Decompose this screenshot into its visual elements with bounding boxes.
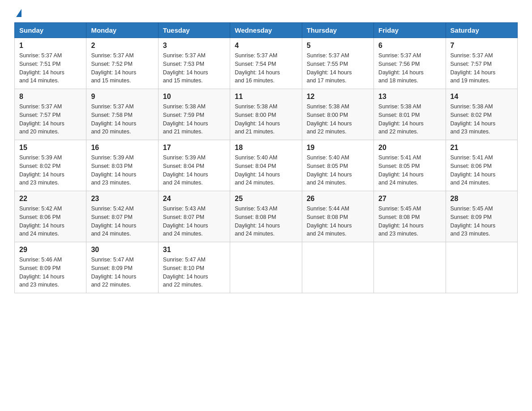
calendar-cell: 16 Sunrise: 5:39 AM Sunset: 8:03 PM Dayl… xyxy=(86,140,158,191)
day-header-row: SundayMondayTuesdayWednesdayThursdayFrid… xyxy=(15,23,518,38)
day-info: Sunrise: 5:37 AM Sunset: 7:56 PM Dayligh… xyxy=(378,51,441,85)
day-number: 9 xyxy=(91,93,153,101)
week-row-4: 22 Sunrise: 5:42 AM Sunset: 8:06 PM Dayl… xyxy=(15,191,518,242)
day-number: 2 xyxy=(91,42,153,50)
day-header-wednesday: Wednesday xyxy=(230,23,302,38)
day-number: 4 xyxy=(235,42,297,50)
day-info: Sunrise: 5:42 AM Sunset: 8:06 PM Dayligh… xyxy=(19,205,82,238)
logo-triangle-icon xyxy=(16,9,21,17)
day-info: Sunrise: 5:38 AM Sunset: 7:59 PM Dayligh… xyxy=(163,103,225,136)
calendar-cell: 7 Sunrise: 5:37 AM Sunset: 7:57 PM Dayli… xyxy=(446,38,517,89)
day-number: 8 xyxy=(19,93,82,101)
calendar-cell: 8 Sunrise: 5:37 AM Sunset: 7:57 PM Dayli… xyxy=(15,89,86,140)
day-number: 19 xyxy=(307,144,369,152)
day-info: Sunrise: 5:38 AM Sunset: 8:00 PM Dayligh… xyxy=(307,103,369,136)
day-number: 27 xyxy=(378,195,441,203)
calendar-cell: 24 Sunrise: 5:43 AM Sunset: 8:07 PM Dayl… xyxy=(158,191,230,242)
calendar-cell: 3 Sunrise: 5:37 AM Sunset: 7:53 PM Dayli… xyxy=(158,38,230,89)
calendar-cell xyxy=(374,242,446,293)
week-row-5: 29 Sunrise: 5:46 AM Sunset: 8:09 PM Dayl… xyxy=(15,242,518,293)
day-info: Sunrise: 5:44 AM Sunset: 8:08 PM Dayligh… xyxy=(307,205,369,238)
day-number: 24 xyxy=(163,195,225,203)
day-number: 5 xyxy=(307,42,369,50)
day-info: Sunrise: 5:43 AM Sunset: 8:08 PM Dayligh… xyxy=(235,205,297,238)
logo xyxy=(14,11,21,19)
day-number: 30 xyxy=(91,246,153,254)
calendar-cell: 25 Sunrise: 5:43 AM Sunset: 8:08 PM Dayl… xyxy=(230,191,302,242)
calendar-cell: 21 Sunrise: 5:41 AM Sunset: 8:06 PM Dayl… xyxy=(446,140,517,191)
week-row-1: 1 Sunrise: 5:37 AM Sunset: 7:51 PM Dayli… xyxy=(15,38,518,89)
calendar-cell: 27 Sunrise: 5:45 AM Sunset: 8:08 PM Dayl… xyxy=(374,191,446,242)
calendar-cell: 28 Sunrise: 5:45 AM Sunset: 8:09 PM Dayl… xyxy=(446,191,517,242)
day-number: 6 xyxy=(378,42,441,50)
day-header-monday: Monday xyxy=(86,23,158,38)
day-info: Sunrise: 5:40 AM Sunset: 8:05 PM Dayligh… xyxy=(307,154,369,187)
calendar-cell: 18 Sunrise: 5:40 AM Sunset: 8:04 PM Dayl… xyxy=(230,140,302,191)
calendar-cell: 31 Sunrise: 5:47 AM Sunset: 8:10 PM Dayl… xyxy=(158,242,230,293)
calendar-cell: 20 Sunrise: 5:41 AM Sunset: 8:05 PM Dayl… xyxy=(374,140,446,191)
day-number: 18 xyxy=(235,144,297,152)
calendar-cell: 22 Sunrise: 5:42 AM Sunset: 8:06 PM Dayl… xyxy=(15,191,86,242)
day-number: 14 xyxy=(450,93,513,101)
calendar-cell: 10 Sunrise: 5:38 AM Sunset: 7:59 PM Dayl… xyxy=(158,89,230,140)
day-number: 29 xyxy=(19,246,82,254)
day-number: 20 xyxy=(378,144,441,152)
day-info: Sunrise: 5:37 AM Sunset: 7:52 PM Dayligh… xyxy=(91,51,153,85)
day-header-thursday: Thursday xyxy=(302,23,373,38)
calendar-cell: 9 Sunrise: 5:37 AM Sunset: 7:58 PM Dayli… xyxy=(86,89,158,140)
calendar-cell: 5 Sunrise: 5:37 AM Sunset: 7:55 PM Dayli… xyxy=(302,38,373,89)
day-info: Sunrise: 5:46 AM Sunset: 8:09 PM Dayligh… xyxy=(19,256,82,289)
calendar-cell: 19 Sunrise: 5:40 AM Sunset: 8:05 PM Dayl… xyxy=(302,140,373,191)
calendar-cell: 1 Sunrise: 5:37 AM Sunset: 7:51 PM Dayli… xyxy=(15,38,86,89)
day-number: 23 xyxy=(91,195,153,203)
day-info: Sunrise: 5:47 AM Sunset: 8:09 PM Dayligh… xyxy=(91,256,153,289)
day-info: Sunrise: 5:38 AM Sunset: 8:02 PM Dayligh… xyxy=(450,103,513,136)
day-number: 16 xyxy=(91,144,153,152)
day-number: 31 xyxy=(163,246,225,254)
week-row-2: 8 Sunrise: 5:37 AM Sunset: 7:57 PM Dayli… xyxy=(15,89,518,140)
day-info: Sunrise: 5:39 AM Sunset: 8:03 PM Dayligh… xyxy=(91,154,153,187)
day-info: Sunrise: 5:40 AM Sunset: 8:04 PM Dayligh… xyxy=(235,154,297,187)
calendar-cell: 14 Sunrise: 5:38 AM Sunset: 8:02 PM Dayl… xyxy=(446,89,517,140)
calendar-cell: 2 Sunrise: 5:37 AM Sunset: 7:52 PM Dayli… xyxy=(86,38,158,89)
calendar-cell: 26 Sunrise: 5:44 AM Sunset: 8:08 PM Dayl… xyxy=(302,191,373,242)
day-info: Sunrise: 5:37 AM Sunset: 7:51 PM Dayligh… xyxy=(19,51,82,85)
calendar-cell: 17 Sunrise: 5:39 AM Sunset: 8:04 PM Dayl… xyxy=(158,140,230,191)
day-number: 13 xyxy=(378,93,441,101)
day-number: 22 xyxy=(19,195,82,203)
day-number: 21 xyxy=(450,144,513,152)
day-info: Sunrise: 5:39 AM Sunset: 8:04 PM Dayligh… xyxy=(163,154,225,187)
day-number: 25 xyxy=(235,195,297,203)
day-header-friday: Friday xyxy=(374,23,446,38)
day-info: Sunrise: 5:37 AM Sunset: 7:54 PM Dayligh… xyxy=(235,51,297,85)
day-info: Sunrise: 5:45 AM Sunset: 8:08 PM Dayligh… xyxy=(378,205,441,238)
day-info: Sunrise: 5:37 AM Sunset: 7:58 PM Dayligh… xyxy=(91,103,153,136)
day-info: Sunrise: 5:47 AM Sunset: 8:10 PM Dayligh… xyxy=(163,256,225,289)
day-info: Sunrise: 5:38 AM Sunset: 8:01 PM Dayligh… xyxy=(378,103,441,136)
calendar-cell xyxy=(446,242,517,293)
day-number: 12 xyxy=(307,93,369,101)
day-info: Sunrise: 5:38 AM Sunset: 8:00 PM Dayligh… xyxy=(235,103,297,136)
day-number: 10 xyxy=(163,93,225,101)
calendar-cell: 4 Sunrise: 5:37 AM Sunset: 7:54 PM Dayli… xyxy=(230,38,302,89)
day-info: Sunrise: 5:37 AM Sunset: 7:53 PM Dayligh… xyxy=(163,51,225,85)
calendar-cell: 13 Sunrise: 5:38 AM Sunset: 8:01 PM Dayl… xyxy=(374,89,446,140)
day-number: 7 xyxy=(450,42,513,50)
calendar-table: SundayMondayTuesdayWednesdayThursdayFrid… xyxy=(14,22,518,293)
day-info: Sunrise: 5:43 AM Sunset: 8:07 PM Dayligh… xyxy=(163,205,225,238)
day-number: 17 xyxy=(163,144,225,152)
week-row-3: 15 Sunrise: 5:39 AM Sunset: 8:02 PM Dayl… xyxy=(15,140,518,191)
calendar-cell: 23 Sunrise: 5:42 AM Sunset: 8:07 PM Dayl… xyxy=(86,191,158,242)
day-number: 15 xyxy=(19,144,82,152)
calendar-cell: 11 Sunrise: 5:38 AM Sunset: 8:00 PM Dayl… xyxy=(230,89,302,140)
day-number: 1 xyxy=(19,42,82,50)
calendar-cell: 15 Sunrise: 5:39 AM Sunset: 8:02 PM Dayl… xyxy=(15,140,86,191)
day-info: Sunrise: 5:41 AM Sunset: 8:05 PM Dayligh… xyxy=(378,154,441,187)
calendar-cell: 29 Sunrise: 5:46 AM Sunset: 8:09 PM Dayl… xyxy=(15,242,86,293)
day-info: Sunrise: 5:37 AM Sunset: 7:57 PM Dayligh… xyxy=(450,51,513,85)
day-info: Sunrise: 5:41 AM Sunset: 8:06 PM Dayligh… xyxy=(450,154,513,187)
day-number: 28 xyxy=(450,195,513,203)
calendar-cell: 30 Sunrise: 5:47 AM Sunset: 8:09 PM Dayl… xyxy=(86,242,158,293)
day-info: Sunrise: 5:37 AM Sunset: 7:55 PM Dayligh… xyxy=(307,51,369,85)
day-info: Sunrise: 5:42 AM Sunset: 8:07 PM Dayligh… xyxy=(91,205,153,238)
